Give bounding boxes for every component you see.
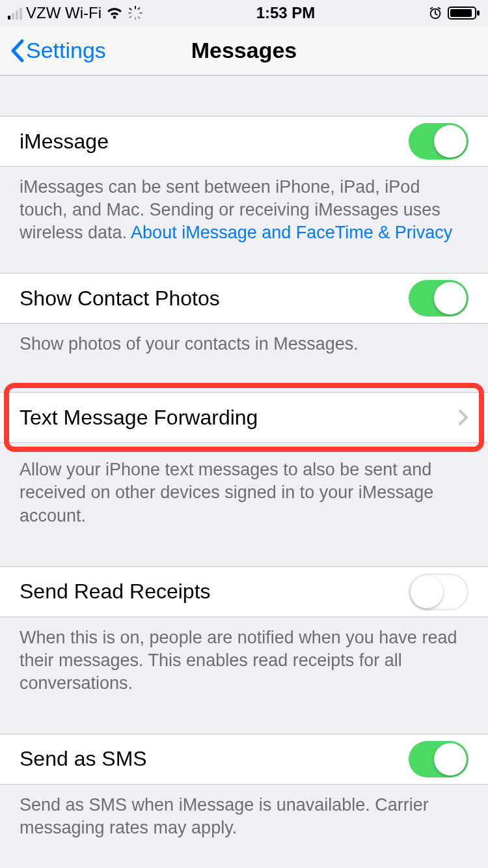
footer-send-sms: Send as SMS when iMessage is unavailable… <box>0 785 488 839</box>
svg-rect-7 <box>129 16 132 19</box>
loading-spinner-icon <box>128 5 143 21</box>
row-label: Send as SMS <box>20 747 147 771</box>
alarm-icon <box>428 6 442 20</box>
back-button[interactable]: Settings <box>0 38 106 63</box>
footer-read-receipts: When this is on, people are notified whe… <box>0 617 488 695</box>
toggle-imessage[interactable] <box>409 123 468 160</box>
footer-contact-photos: Show photos of your contacts in Messages… <box>0 324 488 356</box>
svg-rect-10 <box>450 9 472 17</box>
toggle-contact-photos[interactable] <box>409 280 468 316</box>
svg-rect-2 <box>128 12 131 14</box>
svg-rect-1 <box>135 17 136 20</box>
svg-rect-0 <box>135 6 136 9</box>
clock-label: 1:53 PM <box>256 4 316 22</box>
svg-rect-11 <box>477 10 480 16</box>
row-label: Show Contact Photos <box>20 287 220 311</box>
row-label: Text Message Forwarding <box>20 406 258 430</box>
chevron-left-icon <box>9 38 25 63</box>
signal-icon <box>8 7 22 20</box>
content: iMessage iMessages can be sent between i… <box>0 76 488 868</box>
row-read-receipts[interactable]: Send Read Receipts <box>0 567 488 617</box>
row-label: Send Read Receipts <box>20 580 211 604</box>
status-right <box>428 5 480 21</box>
nav-bar: Settings Messages <box>0 26 488 76</box>
toggle-read-receipts[interactable] <box>409 574 468 610</box>
row-send-sms[interactable]: Send as SMS <box>0 734 488 785</box>
svg-rect-6 <box>137 7 141 10</box>
row-imessage[interactable]: iMessage <box>0 116 488 167</box>
footer-forwarding: Allow your iPhone text messages to also … <box>0 443 488 527</box>
toggle-send-sms[interactable] <box>409 741 468 777</box>
chevron-right-icon <box>458 409 468 426</box>
svg-rect-4 <box>129 8 132 11</box>
status-left: VZW Wi-Fi <box>8 4 143 22</box>
status-bar: VZW Wi-Fi 1:53 PM <box>0 0 488 26</box>
battery-icon <box>448 5 480 21</box>
carrier-label: VZW Wi-Fi <box>26 4 102 22</box>
back-label: Settings <box>26 38 106 63</box>
svg-rect-5 <box>137 16 141 20</box>
row-label: iMessage <box>20 130 109 154</box>
footer-imessage: iMessages can be sent between iPhone, iP… <box>0 167 488 244</box>
svg-rect-3 <box>139 12 142 14</box>
link-imessage-privacy[interactable]: About iMessage and FaceTime & Privacy <box>131 223 452 242</box>
row-text-forwarding[interactable]: Text Message Forwarding <box>0 392 488 443</box>
row-contact-photos[interactable]: Show Contact Photos <box>0 273 488 324</box>
wifi-icon <box>105 6 124 20</box>
